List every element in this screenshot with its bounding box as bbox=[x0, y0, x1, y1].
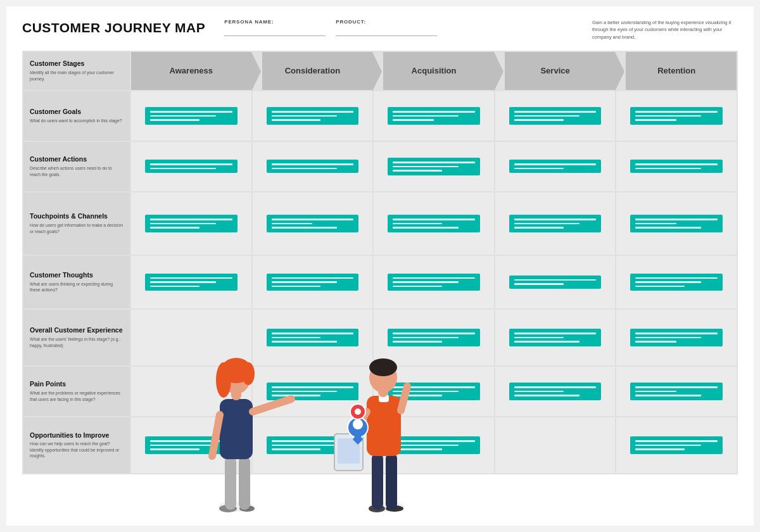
opp-retention-card bbox=[630, 436, 723, 454]
card-line bbox=[635, 332, 718, 334]
touch-retention-cell[interactable] bbox=[616, 193, 738, 256]
header-fields: PERSONA NAME: PRODUCT: bbox=[224, 19, 437, 36]
header-description: Gain a better understanding of the buyin… bbox=[592, 19, 738, 41]
opp-retention-cell[interactable] bbox=[616, 417, 738, 474]
card-line bbox=[272, 440, 354, 442]
thoughts-label-cell: Customer Thoughts What are users thinkin… bbox=[23, 256, 131, 310]
touch-consideration-card bbox=[267, 215, 359, 232]
card-line bbox=[514, 227, 564, 229]
exp-retention-cell[interactable] bbox=[616, 310, 738, 367]
goals-service-cell[interactable] bbox=[495, 91, 617, 142]
actions-retention-cell[interactable] bbox=[616, 142, 738, 193]
card-line bbox=[150, 168, 216, 170]
card-line bbox=[393, 440, 475, 442]
goals-awareness-cell[interactable] bbox=[131, 91, 253, 142]
touch-service-cell[interactable] bbox=[495, 193, 617, 256]
pain-acquisition-cell[interactable] bbox=[374, 367, 495, 417]
card-line bbox=[150, 286, 200, 288]
touch-acquisition-cell[interactable] bbox=[374, 193, 495, 256]
opp-label-cell: Opportunities to Improve How can we help… bbox=[23, 417, 131, 474]
card-line bbox=[150, 277, 232, 279]
pain-retention-cell[interactable] bbox=[616, 367, 738, 417]
thoughts-awareness-cell[interactable] bbox=[131, 256, 253, 310]
actions-service-cell[interactable] bbox=[495, 142, 617, 193]
card-line bbox=[514, 332, 597, 334]
thoughts-service-card bbox=[509, 276, 602, 289]
goals-service-card bbox=[509, 107, 602, 125]
stage-service-label: Service bbox=[540, 66, 569, 75]
thoughts-acquisition-cell[interactable] bbox=[374, 256, 495, 310]
card-line bbox=[272, 448, 321, 450]
persona-input[interactable] bbox=[224, 26, 326, 36]
card-line bbox=[150, 281, 216, 283]
page-header: CUSTOMER JOURNEY MAP PERSONA NAME: PRODU… bbox=[22, 19, 738, 41]
card-line bbox=[393, 111, 475, 113]
page-container: CUSTOMER JOURNEY MAP PERSONA NAME: PRODU… bbox=[6, 6, 754, 526]
actions-awareness-cell[interactable] bbox=[131, 142, 253, 193]
card-line bbox=[514, 283, 564, 285]
card-line bbox=[272, 341, 338, 343]
touch-service-card bbox=[509, 215, 602, 232]
goals-acquisition-cell[interactable] bbox=[374, 91, 495, 142]
actions-consideration-card bbox=[267, 160, 359, 173]
touch-awareness-cell[interactable] bbox=[131, 193, 253, 256]
goals-retention-cell[interactable] bbox=[616, 91, 738, 142]
exp-acquisition-cell[interactable] bbox=[374, 310, 495, 367]
card-line bbox=[514, 341, 580, 343]
card-line bbox=[272, 163, 354, 165]
stage-consideration: Consideration bbox=[253, 52, 374, 91]
thoughts-service-cell[interactable] bbox=[495, 256, 617, 310]
card-line bbox=[272, 445, 338, 446]
product-input[interactable] bbox=[336, 26, 437, 36]
product-field: PRODUCT: bbox=[336, 19, 437, 36]
stages-label-desc: Identify all the main stages of your cus… bbox=[30, 70, 124, 82]
persona-label: PERSONA NAME: bbox=[224, 19, 326, 25]
stage-service-arrow: Service bbox=[495, 52, 616, 90]
exp-consideration-cell[interactable] bbox=[253, 310, 374, 367]
touch-acquisition-card bbox=[388, 215, 480, 232]
thoughts-consideration-cell[interactable] bbox=[253, 256, 374, 310]
goals-label-title: Customer Goals bbox=[30, 108, 81, 116]
svg-point-13 bbox=[369, 502, 404, 512]
thoughts-label-desc: What are users thinking or expecting dur… bbox=[30, 281, 124, 293]
card-line bbox=[150, 448, 200, 450]
stage-retention-label: Retention bbox=[657, 66, 695, 75]
thoughts-retention-cell[interactable] bbox=[616, 256, 738, 310]
card-line bbox=[514, 111, 597, 113]
card-line bbox=[393, 223, 442, 225]
card-line bbox=[514, 163, 597, 165]
pain-consideration-cell[interactable] bbox=[253, 367, 374, 417]
svg-point-14 bbox=[369, 505, 385, 512]
opp-consideration-cell[interactable] bbox=[253, 417, 374, 474]
goals-awareness-card bbox=[145, 107, 238, 125]
thoughts-retention-card bbox=[630, 274, 723, 291]
pain-awareness-cell[interactable] bbox=[131, 367, 253, 417]
card-line bbox=[150, 227, 200, 229]
card-line bbox=[393, 170, 442, 172]
persona-field: PERSONA NAME: bbox=[224, 19, 326, 36]
stage-retention-arrow: Retention bbox=[616, 52, 737, 90]
exp-service-cell[interactable] bbox=[495, 310, 617, 367]
exp-awareness-cell[interactable] bbox=[131, 310, 253, 367]
opp-acquisition-cell[interactable] bbox=[374, 417, 495, 474]
pain-service-cell[interactable] bbox=[495, 367, 617, 417]
goals-consideration-cell[interactable] bbox=[253, 91, 374, 142]
actions-label-cell: Customer Actions Describe which actions … bbox=[23, 142, 131, 193]
opp-awareness-cell[interactable] bbox=[131, 417, 253, 474]
card-line bbox=[635, 286, 685, 288]
touch-consideration-cell[interactable] bbox=[253, 193, 374, 256]
actions-consideration-cell[interactable] bbox=[253, 142, 374, 193]
card-line bbox=[272, 277, 354, 279]
card-line bbox=[514, 391, 564, 393]
card-line bbox=[635, 445, 701, 446]
card-line bbox=[635, 223, 676, 225]
card-line bbox=[635, 386, 718, 388]
actions-acquisition-cell[interactable] bbox=[374, 142, 495, 193]
card-line bbox=[393, 286, 442, 288]
opp-service-cell[interactable] bbox=[495, 417, 617, 474]
card-line bbox=[272, 337, 321, 339]
opp-consideration-card bbox=[267, 436, 359, 454]
touchpoints-label-title: Touchpoints & Channels bbox=[30, 212, 108, 220]
card-line bbox=[393, 395, 442, 396]
card-line bbox=[150, 223, 216, 225]
